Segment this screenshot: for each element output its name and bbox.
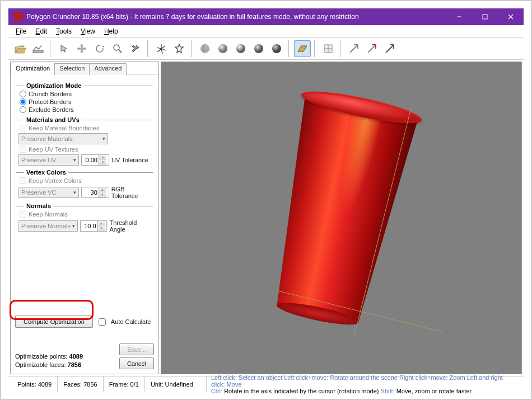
sphere-gray-icon[interactable]: [214, 40, 231, 57]
preserve-materials-combo: Preserve Materials▾: [18, 133, 108, 144]
app-icon: [14, 12, 23, 21]
close-button[interactable]: [498, 8, 524, 25]
status-hint: Left click: Select an object Left click+…: [207, 374, 520, 394]
cursor-icon[interactable]: [55, 40, 72, 57]
minimize-button[interactable]: [446, 8, 472, 25]
toolbar: [8, 37, 524, 60]
preserve-vc-combo: Preserve VC▾: [18, 187, 79, 198]
exclude-borders-radio[interactable]: [20, 106, 26, 113]
menubar: File Edit Tools View Help: [8, 25, 524, 37]
status-points: Points: 4089: [12, 377, 58, 392]
open-icon[interactable]: [12, 40, 29, 57]
arrow-2-icon[interactable]: [363, 40, 380, 57]
zoom-icon[interactable]: [109, 40, 126, 57]
menu-file[interactable]: File: [12, 26, 30, 36]
explode-normals-icon[interactable]: [153, 40, 170, 57]
sphere-checker-icon[interactable]: [268, 40, 285, 57]
opt-mode-label: Optimization Mode: [26, 82, 81, 89]
svg-line-12: [157, 49, 161, 52]
maximize-button[interactable]: [472, 8, 498, 25]
compute-optimization-button[interactable]: Compute Optimization: [15, 316, 93, 328]
menu-tools[interactable]: Tools: [52, 26, 76, 36]
tab-selection[interactable]: Selection: [54, 63, 90, 75]
optimizable-points-value: 4089: [69, 353, 83, 360]
auto-calculate-check[interactable]: [99, 318, 106, 326]
svg-line-7: [119, 50, 122, 53]
materials-uvs-label: Materials and UVs: [26, 116, 80, 123]
svg-point-14: [200, 44, 209, 53]
save-icon[interactable]: [30, 40, 46, 57]
tab-advanced[interactable]: Advanced: [89, 63, 127, 75]
protect-borders-radio[interactable]: [20, 98, 26, 105]
cancel-button[interactable]: Cancel: [119, 357, 154, 369]
move-icon[interactable]: [73, 40, 90, 57]
star-icon[interactable]: [171, 40, 188, 57]
normals-label: Normals: [26, 203, 51, 209]
svg-point-16: [236, 44, 245, 53]
menu-edit[interactable]: Edit: [31, 26, 51, 36]
threshold-angle-spin[interactable]: ▴▾: [80, 220, 108, 232]
rotate-icon[interactable]: [91, 40, 108, 57]
rgb-tolerance-spin[interactable]: ▴▾: [81, 187, 109, 198]
save-button: Save...: [119, 343, 154, 355]
sphere-shine-icon[interactable]: [232, 40, 249, 57]
tab-optimization[interactable]: Optimization: [11, 63, 55, 74]
uv-tolerance-spin[interactable]: ▴▾: [81, 154, 109, 166]
sphere-smooth-icon[interactable]: [250, 40, 267, 57]
svg-rect-4: [33, 50, 43, 53]
optimizable-faces-value: 7856: [68, 361, 81, 368]
keep-material-boundaries-check: [20, 125, 26, 131]
status-faces: Faces: 7856: [58, 377, 104, 392]
arrow-1-icon[interactable]: [346, 40, 362, 57]
keep-vertex-colors-check: [20, 177, 26, 184]
svg-line-9: [161, 46, 165, 49]
svg-point-5: [96, 45, 103, 52]
window-title: Polygon Cruncher 10.85 (x64 bits) - It r…: [26, 13, 446, 21]
grid-icon[interactable]: [320, 40, 337, 57]
statusbar: Points: 4089 Faces: 7856 Frame: 0/1 Unit…: [8, 376, 524, 392]
preserve-normals-combo: Preserve Normals▾: [18, 220, 78, 232]
status-unit: Unit: Undefined: [145, 377, 207, 392]
arrow-3-icon[interactable]: [381, 40, 398, 57]
keep-normals-check: [20, 211, 26, 218]
svg-rect-1: [483, 15, 487, 19]
svg-line-13: [157, 48, 161, 49]
ground-plane-icon[interactable]: [294, 40, 311, 57]
keep-uv-textures-check: [20, 146, 26, 153]
left-panel: Optimization Selection Advanced Optimiza…: [10, 62, 159, 374]
svg-line-10: [161, 49, 166, 50]
sphere-wire-icon[interactable]: [197, 40, 213, 57]
crunch-borders-radio[interactable]: [20, 91, 26, 97]
vertex-colors-label: Vertex Colors: [26, 169, 66, 176]
preserve-uv-combo: Preserve UV▾: [18, 154, 79, 166]
menu-help[interactable]: Help: [100, 26, 122, 36]
svg-point-18: [272, 44, 281, 53]
hammer-icon[interactable]: [127, 40, 144, 57]
svg-point-17: [254, 44, 263, 53]
3d-viewport[interactable]: [161, 62, 522, 374]
status-frame: Frame: 0/1: [104, 377, 145, 392]
svg-point-6: [114, 45, 119, 50]
svg-point-15: [218, 44, 227, 53]
menu-view[interactable]: View: [77, 26, 99, 36]
titlebar: Polygon Cruncher 10.85 (x64 bits) - It r…: [8, 8, 524, 25]
svg-line-11: [161, 49, 162, 54]
